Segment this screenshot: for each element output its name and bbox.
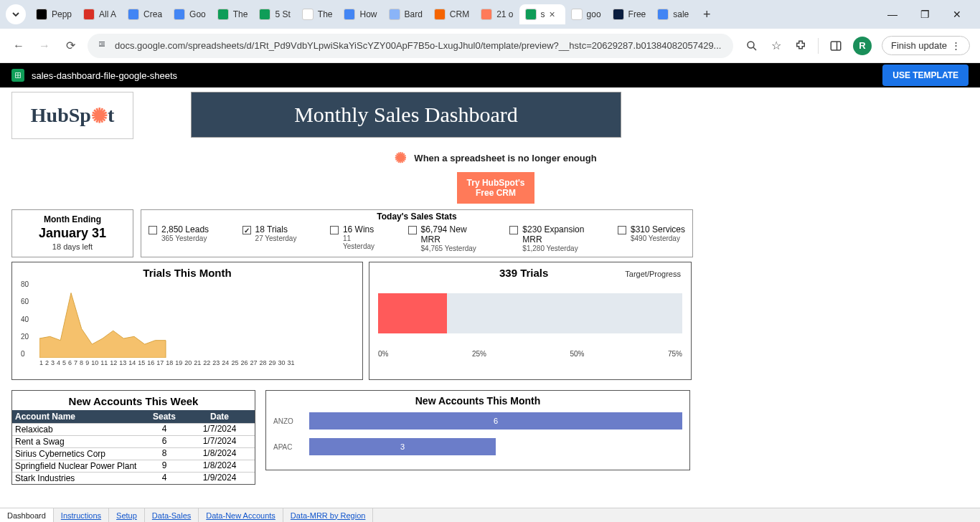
y-tick: 60	[21, 298, 29, 305]
tab-favicon	[36, 9, 47, 20]
table-row: Stark Industries41/9/2024	[12, 472, 255, 484]
stat-line2: $490 Yesterday	[631, 234, 685, 242]
x-tick: 8	[80, 359, 83, 366]
cell: 1/7/2024	[184, 424, 255, 435]
sprocket-icon: ✺	[395, 149, 407, 166]
chart-title: Trials This Month	[19, 267, 355, 279]
stats-title: Today's Sales Stats	[149, 212, 685, 222]
stat-line2: 27 Yesterday	[255, 234, 297, 242]
profile-avatar[interactable]: R	[853, 37, 872, 55]
extensions-icon[interactable]	[793, 39, 808, 53]
side-panel-icon[interactable]	[829, 39, 843, 53]
window-controls: — ❐ ✕	[883, 4, 974, 24]
progress-tick: 25%	[472, 350, 486, 358]
forward-button[interactable]: →	[36, 37, 53, 54]
cta-line1: Try HubSpot's	[467, 178, 525, 188]
browser-tab[interactable]: Free	[607, 4, 652, 24]
cell: 8	[144, 448, 184, 460]
x-tick: 16	[147, 359, 154, 366]
bookmark-star-icon[interactable]: ☆	[769, 39, 783, 53]
try-hubspot-crm-button[interactable]: Try HubSpot's Free CRM	[457, 172, 535, 204]
browser-tab[interactable]: sale	[651, 4, 694, 24]
site-info-icon[interactable]	[96, 39, 108, 52]
stat-item: 2,850 Leads365 Yesterday	[149, 224, 209, 252]
browser-tab[interactable]: Crea	[122, 4, 168, 24]
sheet-tab[interactable]: Data-MRR by Region	[283, 508, 374, 522]
stat-line1: $310 Services	[631, 224, 685, 234]
maximize-button[interactable]: ❐	[916, 4, 934, 24]
browser-tab[interactable]: 5 St	[253, 4, 296, 24]
address-bar: ← → ⟳ docs.google.com/spreadsheets/d/1Rt…	[0, 29, 980, 63]
close-window-button[interactable]: ✕	[948, 4, 966, 24]
tab-label: The	[318, 9, 333, 19]
days-left: 18 days left	[12, 242, 133, 251]
browser-tab[interactable]: How	[338, 4, 382, 24]
new-accounts-month-chart: New Accounts This Month ANZO6APAC3	[265, 390, 690, 470]
use-template-button[interactable]: USE TEMPLATE	[882, 65, 969, 86]
cta-line2: Free CRM	[476, 188, 516, 198]
browser-tab[interactable]: 21 o	[475, 4, 519, 24]
progress-fill	[378, 293, 447, 333]
tab-label: goo	[587, 9, 601, 19]
browser-tab[interactable]: The	[296, 4, 339, 24]
month-ending-date: January 31	[12, 226, 133, 241]
x-tick: 13	[119, 359, 126, 366]
checkbox-icon[interactable]	[149, 226, 157, 234]
tabs-dropdown-button[interactable]	[6, 4, 26, 24]
accounts-table-header: Account Name Seats Date	[12, 410, 255, 423]
checkbox-icon[interactable]	[330, 226, 339, 234]
tab-favicon	[174, 9, 185, 20]
x-tick: 25	[231, 359, 238, 366]
dashboard-title-banner: Monthly Sales Dashboard	[191, 92, 621, 138]
hbar-track: 3	[309, 438, 682, 455]
tab-favicon	[434, 9, 446, 20]
accounts-month-title: New Accounts This Month	[273, 395, 682, 407]
back-button[interactable]: ←	[10, 37, 27, 54]
browser-tab[interactable]: Goo	[168, 4, 212, 24]
x-tick: 24	[222, 359, 229, 366]
new-tab-button[interactable]: +	[697, 5, 716, 24]
browser-tab[interactable]: Pepp	[30, 4, 77, 24]
sheet-tab[interactable]: Dashboard	[0, 508, 54, 522]
browser-tab[interactable]: The	[212, 4, 254, 24]
tab-label: 21 o	[496, 9, 513, 19]
svg-point-0	[748, 42, 754, 48]
checkbox-icon[interactable]	[618, 226, 626, 234]
tabs-host: PeppAll ACreaGooThe5 StTheHowBardCRM21 o…	[30, 4, 694, 24]
tab-close-icon[interactable]: ×	[550, 9, 560, 20]
cell: 6	[144, 436, 184, 447]
minimize-button[interactable]: —	[883, 4, 902, 24]
stat-item: 16 Wins11Yesterday	[330, 224, 374, 252]
tab-favicon	[525, 9, 537, 20]
stat-line1: $6,794 New	[421, 224, 476, 234]
stat-line1b: MRR	[421, 234, 476, 245]
tab-favicon	[217, 9, 229, 20]
separator	[818, 38, 819, 54]
promo-block: ✺ When a spreadsheet is no longer enough…	[11, 149, 980, 204]
month-ending-label: Month Ending	[12, 214, 133, 224]
checkbox-icon[interactable]	[408, 226, 417, 234]
browser-tab[interactable]: CRM	[428, 4, 475, 24]
browser-tab[interactable]: goo	[565, 4, 607, 24]
x-tick: 5	[62, 359, 66, 366]
sheet-tab[interactable]: Data-New Accounts	[199, 508, 283, 522]
sheet-tab[interactable]: Instructions	[54, 508, 109, 522]
checkbox-icon[interactable]	[509, 226, 518, 234]
sheet-tab[interactable]: Data-Sales	[145, 508, 199, 522]
x-tick: 3	[51, 359, 55, 366]
reload-button[interactable]: ⟳	[62, 37, 79, 54]
omnibox[interactable]: docs.google.com/spreadsheets/d/1Rt_Pd9Vd…	[88, 34, 733, 58]
hbar-track: 6	[309, 412, 682, 430]
browser-tab[interactable]: Bard	[383, 4, 428, 24]
zoom-icon[interactable]	[745, 39, 759, 53]
tab-label: 5 St	[275, 9, 290, 19]
table-row: Rent a Swag61/7/2024	[12, 435, 255, 447]
browser-tab[interactable]: All A	[77, 4, 122, 24]
tab-favicon	[259, 9, 270, 20]
x-tick: 7	[74, 359, 77, 366]
browser-tab[interactable]: s×	[519, 4, 565, 24]
finish-update-button[interactable]: Finish update ⋮	[882, 36, 970, 55]
sheet-tab[interactable]: Setup	[109, 508, 145, 522]
checkbox-icon[interactable]	[242, 226, 251, 234]
progress-ticks: 0%25%50%75%	[378, 350, 682, 358]
